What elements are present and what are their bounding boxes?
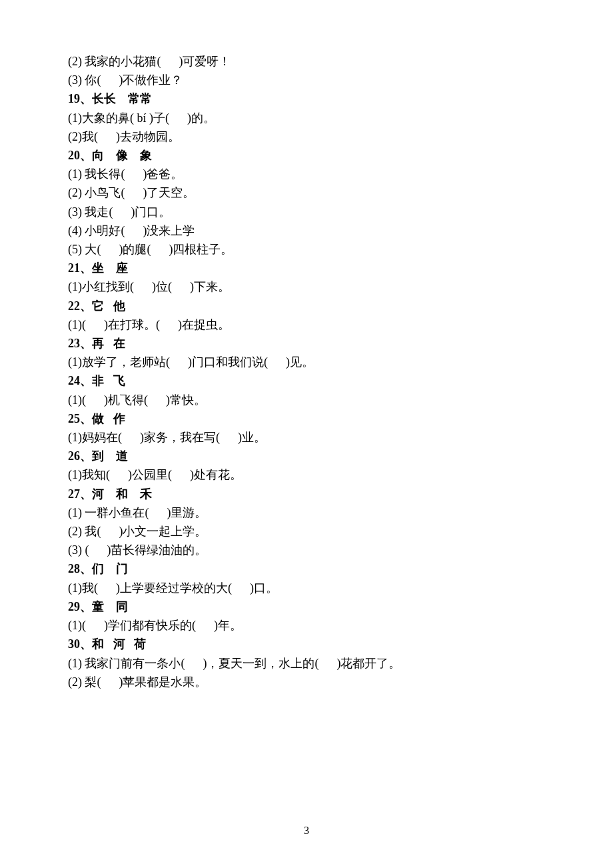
worksheet-content: (2) 我家的小花猫( )可爱呀！(3) 你( )不做作业？19、长长 常常(1… <box>68 52 546 691</box>
section-heading: 28、们 门 <box>68 559 546 578</box>
section-heading: 22、它 他 <box>68 297 546 315</box>
exercise-line: (3) 我走( )门口。 <box>68 203 546 221</box>
section-heading: 20、向 像 象 <box>68 146 546 165</box>
section-heading: 23、再 在 <box>68 334 546 353</box>
section-heading: 29、童 同 <box>68 597 546 616</box>
exercise-line: (2) 我( )小文一起上学。 <box>68 522 546 541</box>
exercise-line: (1)小红找到( )位( )下来。 <box>68 277 546 296</box>
section-heading: 30、和 河 荷 <box>68 635 546 653</box>
page-number: 3 <box>0 821 613 840</box>
exercise-line: (1)我( )上学要经过学校的大( )口。 <box>68 579 546 597</box>
section-heading: 21、坐 座 <box>68 259 546 277</box>
exercise-line: (1)妈妈在( )家务，我在写( )业。 <box>68 428 546 447</box>
exercise-line: (3) ( )苗长得绿油油的。 <box>68 541 546 559</box>
exercise-line: (1) 我长得( )爸爸。 <box>68 165 546 183</box>
exercise-line: (1)( )机飞得( )常快。 <box>68 391 546 409</box>
exercise-line: (2) 梨( )苹果都是水果。 <box>68 673 546 691</box>
exercise-line: (5) 大( )的腿( )四根柱子。 <box>68 240 546 259</box>
exercise-line: (1)( )学们都有快乐的( )年。 <box>68 616 546 635</box>
exercise-line: (1)大象的鼻( bí )子( )的。 <box>68 109 546 127</box>
section-heading: 24、非 飞 <box>68 371 546 390</box>
exercise-line: (4) 小明好( )没来上学 <box>68 221 546 240</box>
section-heading: 27、河 和 禾 <box>68 485 546 503</box>
exercise-line: (1) 一群小鱼在( )里游。 <box>68 503 546 522</box>
exercise-line: (3) 你( )不做作业？ <box>68 71 546 89</box>
exercise-line: (1)我知( )公园里( )处有花。 <box>68 465 546 484</box>
exercise-line: (2) 小鸟飞( )了天空。 <box>68 183 546 202</box>
exercise-line: (2)我( )去动物园。 <box>68 127 546 146</box>
exercise-line: (1)( )在打球。( )在捉虫。 <box>68 315 546 334</box>
exercise-line: (2) 我家的小花猫( )可爱呀！ <box>68 52 546 71</box>
worksheet-page: (2) 我家的小花猫( )可爱呀！(3) 你( )不做作业？19、长长 常常(1… <box>0 0 613 868</box>
exercise-line: (1) 我家门前有一条小( )，夏天一到，水上的( )花都开了。 <box>68 654 546 673</box>
section-heading: 19、长长 常常 <box>68 89 546 108</box>
exercise-line: (1)放学了，老师站( )门口和我们说( )见。 <box>68 353 546 371</box>
section-heading: 26、到 道 <box>68 447 546 465</box>
section-heading: 25、做 作 <box>68 409 546 428</box>
